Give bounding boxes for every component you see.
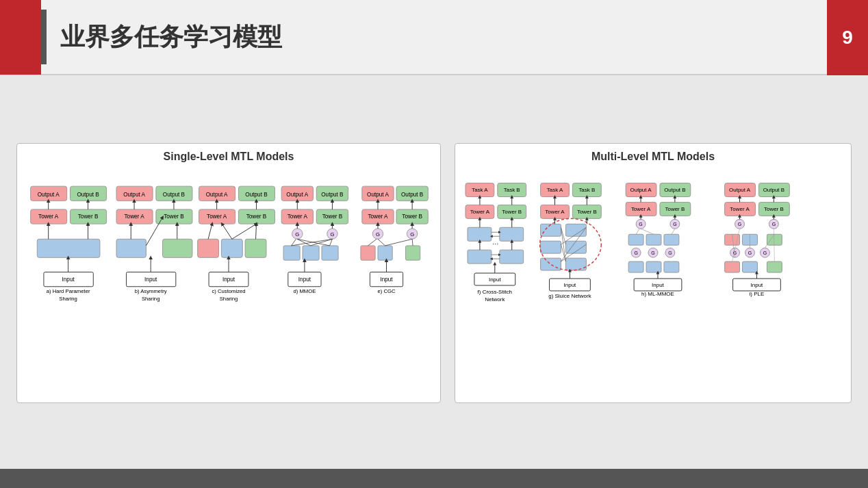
- single-level-title: Single-Level MTL Models: [164, 151, 294, 163]
- svg-text:e) CGC: e) CGC: [377, 288, 396, 294]
- svg-text:Tower B: Tower B: [78, 214, 99, 220]
- svg-rect-186: [646, 234, 661, 245]
- svg-rect-196: [664, 261, 679, 272]
- svg-rect-231: [767, 261, 782, 272]
- svg-text:c) Customized: c) Customized: [212, 288, 245, 294]
- svg-rect-73: [303, 246, 319, 260]
- svg-text:Input: Input: [652, 282, 665, 288]
- svg-text:Output A: Output A: [367, 192, 389, 198]
- svg-rect-124: [468, 227, 492, 241]
- svg-text:G: G: [763, 251, 767, 255]
- svg-text:Tower A: Tower A: [730, 206, 750, 212]
- svg-rect-72: [283, 246, 300, 260]
- svg-text:Tower B: Tower B: [402, 214, 422, 220]
- svg-text:Input: Input: [144, 277, 157, 283]
- single-level-diagram: Output A Output B Tower A Tower B Input …: [24, 168, 433, 396]
- svg-line-111: [378, 239, 385, 246]
- svg-text:Network: Network: [485, 296, 505, 303]
- svg-text:Sharing: Sharing: [142, 296, 160, 302]
- svg-line-82: [297, 239, 310, 246]
- svg-text:Tower A: Tower A: [368, 214, 388, 220]
- svg-text:Output A: Output A: [206, 192, 228, 198]
- svg-rect-74: [322, 246, 338, 260]
- svg-rect-154: [541, 241, 561, 253]
- svg-text:Output A: Output A: [630, 187, 652, 193]
- svg-text:Output B: Output B: [77, 192, 99, 198]
- svg-text:Output A: Output A: [729, 187, 751, 193]
- svg-text:h) ML-MMOE: h) ML-MMOE: [641, 291, 674, 297]
- svg-text:Output A: Output A: [286, 192, 308, 198]
- svg-rect-194: [628, 261, 643, 272]
- svg-line-53: [208, 224, 212, 239]
- svg-text:g) Sluice Network: g) Sluice Network: [548, 293, 591, 299]
- svg-rect-229: [725, 261, 740, 272]
- header-red-bar: [0, 0, 41, 75]
- svg-line-112: [385, 239, 413, 246]
- svg-rect-195: [646, 261, 661, 272]
- svg-line-81: [292, 239, 296, 246]
- svg-text:Tower A: Tower A: [288, 214, 308, 220]
- svg-line-84: [292, 239, 333, 246]
- svg-rect-102: [378, 246, 392, 260]
- svg-text:Tower A: Tower A: [470, 209, 490, 215]
- svg-text:G: G: [738, 222, 741, 227]
- svg-line-56: [256, 224, 257, 239]
- svg-text:Tower A: Tower A: [38, 214, 59, 220]
- svg-text:G: G: [651, 251, 654, 255]
- svg-line-205: [641, 229, 654, 234]
- page-number: 9: [827, 0, 868, 75]
- svg-rect-187: [664, 234, 679, 245]
- svg-rect-222: [767, 234, 782, 245]
- svg-text:…: …: [492, 238, 499, 246]
- svg-text:G: G: [376, 231, 380, 237]
- svg-rect-8: [37, 239, 100, 257]
- svg-text:Tower A: Tower A: [545, 209, 565, 215]
- svg-text:Output B: Output B: [763, 187, 784, 193]
- svg-text:Tower B: Tower B: [322, 214, 343, 220]
- svg-text:G: G: [673, 222, 676, 227]
- svg-text:Input: Input: [489, 277, 502, 283]
- svg-text:Task A: Task A: [472, 187, 488, 193]
- svg-text:Input: Input: [380, 277, 393, 283]
- svg-text:G: G: [772, 222, 776, 227]
- svg-text:Tower B: Tower B: [502, 209, 522, 215]
- svg-text:Input: Input: [222, 277, 235, 283]
- svg-text:a) Hard Parameter: a) Hard Parameter: [47, 288, 90, 294]
- svg-text:G: G: [634, 251, 637, 255]
- svg-line-54: [222, 224, 231, 239]
- svg-rect-48: [245, 239, 266, 257]
- svg-text:Sharing: Sharing: [220, 296, 238, 302]
- svg-line-86: [330, 239, 333, 246]
- bottom-bar: [0, 469, 868, 488]
- svg-rect-156: [541, 258, 561, 270]
- svg-text:Task A: Task A: [547, 187, 563, 193]
- svg-text:Tower B: Tower B: [164, 214, 184, 220]
- svg-text:Tower A: Tower A: [207, 214, 227, 220]
- svg-text:Task B: Task B: [578, 187, 595, 193]
- header-accent: [41, 10, 47, 64]
- svg-text:Tower B: Tower B: [764, 206, 784, 212]
- svg-text:Tower B: Tower B: [246, 214, 267, 220]
- svg-text:G: G: [668, 251, 672, 255]
- svg-text:Tower A: Tower A: [125, 214, 145, 220]
- svg-rect-185: [628, 234, 643, 245]
- svg-rect-47: [221, 239, 242, 257]
- svg-text:G: G: [639, 222, 642, 227]
- svg-text:Output B: Output B: [163, 192, 186, 198]
- svg-text:Output B: Output B: [245, 192, 268, 198]
- svg-text:Tower B: Tower B: [665, 206, 685, 212]
- svg-text:Task B: Task B: [504, 187, 520, 193]
- svg-rect-103: [405, 246, 420, 260]
- page-title: 业界多任务学习模型: [60, 21, 282, 54]
- svg-line-204: [636, 229, 639, 234]
- svg-text:Input: Input: [62, 277, 75, 283]
- svg-rect-128: [468, 250, 492, 264]
- svg-rect-46: [198, 239, 219, 257]
- svg-line-55: [232, 224, 257, 239]
- svg-text:i) PLE: i) PLE: [750, 291, 765, 297]
- header: 业界多任务学习模型 9: [0, 0, 868, 75]
- svg-line-206: [672, 229, 675, 234]
- svg-text:b) Asymmetry: b) Asymmetry: [135, 288, 167, 294]
- svg-rect-26: [116, 239, 146, 257]
- multi-level-title: Multi-Level MTL Models: [591, 151, 715, 163]
